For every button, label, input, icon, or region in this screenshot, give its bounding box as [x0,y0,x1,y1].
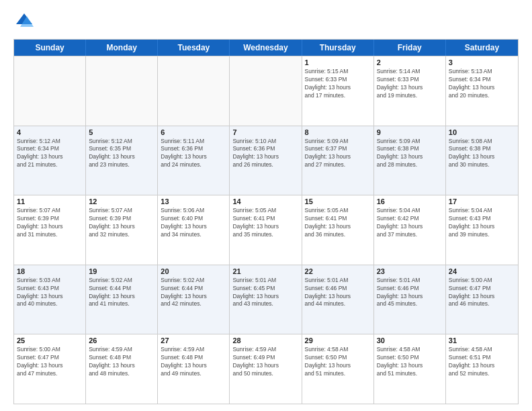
day-number: 6 [161,128,226,136]
day-cell-10: 10Sunrise: 5:08 AM Sunset: 6:38 PM Dayli… [446,126,518,195]
day-info: Sunrise: 5:01 AM Sunset: 6:45 PM Dayligh… [232,277,298,309]
day-info: Sunrise: 5:05 AM Sunset: 6:41 PM Dayligh… [232,207,298,239]
day-cell-8: 8Sunrise: 5:09 AM Sunset: 6:37 PM Daylig… [302,126,374,195]
day-number: 15 [305,197,371,205]
day-cell-20: 20Sunrise: 5:02 AM Sunset: 6:44 PM Dayli… [158,265,230,334]
day-number: 4 [17,128,83,136]
calendar-row-1: 1Sunrise: 5:15 AM Sunset: 6:33 PM Daylig… [14,56,518,126]
day-number: 2 [377,58,443,66]
day-info: Sunrise: 4:59 AM Sunset: 6:49 PM Dayligh… [232,346,298,378]
day-info: Sunrise: 5:07 AM Sunset: 6:39 PM Dayligh… [17,207,83,239]
day-number: 22 [305,267,371,275]
day-info: Sunrise: 4:59 AM Sunset: 6:48 PM Dayligh… [161,346,226,378]
day-info: Sunrise: 5:08 AM Sunset: 6:38 PM Dayligh… [449,138,515,170]
day-cell-28: 28Sunrise: 4:59 AM Sunset: 6:49 PM Dayli… [230,334,302,404]
day-info: Sunrise: 5:12 AM Sunset: 6:34 PM Dayligh… [17,138,83,170]
day-info: Sunrise: 5:13 AM Sunset: 6:34 PM Dayligh… [449,68,515,100]
day-info: Sunrise: 5:00 AM Sunset: 6:47 PM Dayligh… [449,277,515,309]
day-cell-7: 7Sunrise: 5:10 AM Sunset: 6:36 PM Daylig… [230,126,302,195]
day-info: Sunrise: 5:15 AM Sunset: 6:33 PM Dayligh… [305,68,371,100]
day-info: Sunrise: 5:03 AM Sunset: 6:43 PM Dayligh… [17,277,83,309]
day-number: 8 [305,128,371,136]
day-info: Sunrise: 5:05 AM Sunset: 6:41 PM Dayligh… [305,207,371,239]
weekday-header-thursday: Thursday [302,40,374,56]
day-info: Sunrise: 5:12 AM Sunset: 6:35 PM Dayligh… [89,138,154,170]
day-info: Sunrise: 5:00 AM Sunset: 6:47 PM Dayligh… [17,346,83,378]
logo-icon [13,11,35,32]
day-info: Sunrise: 5:06 AM Sunset: 6:40 PM Dayligh… [161,207,226,239]
day-cell-2: 2Sunrise: 5:14 AM Sunset: 6:33 PM Daylig… [374,56,446,126]
day-cell-22: 22Sunrise: 5:01 AM Sunset: 6:46 PM Dayli… [302,265,374,334]
day-cell-31: 31Sunrise: 4:58 AM Sunset: 6:51 PM Dayli… [446,334,518,404]
day-number: 23 [377,267,443,275]
weekday-header-tuesday: Tuesday [158,40,230,56]
calendar: SundayMondayTuesdayWednesdayThursdayFrid… [13,39,519,404]
day-number: 12 [89,197,154,205]
day-cell-18: 18Sunrise: 5:03 AM Sunset: 6:43 PM Dayli… [14,265,86,334]
day-info: Sunrise: 5:07 AM Sunset: 6:39 PM Dayligh… [89,207,154,239]
day-info: Sunrise: 4:58 AM Sunset: 6:51 PM Dayligh… [449,346,515,378]
day-cell-21: 21Sunrise: 5:01 AM Sunset: 6:45 PM Dayli… [230,265,302,334]
day-cell-26: 26Sunrise: 4:59 AM Sunset: 6:48 PM Dayli… [86,334,158,404]
calendar-row-5: 25Sunrise: 5:00 AM Sunset: 6:47 PM Dayli… [14,334,518,404]
day-cell-15: 15Sunrise: 5:05 AM Sunset: 6:41 PM Dayli… [302,195,374,265]
calendar-row-4: 18Sunrise: 5:03 AM Sunset: 6:43 PM Dayli… [14,265,518,334]
empty-cell-0-3 [230,56,302,126]
day-cell-24: 24Sunrise: 5:00 AM Sunset: 6:47 PM Dayli… [446,265,518,334]
day-number: 16 [377,197,443,205]
day-number: 20 [161,267,226,275]
day-info: Sunrise: 5:04 AM Sunset: 6:42 PM Dayligh… [377,207,443,239]
weekday-header-monday: Monday [86,40,158,56]
day-info: Sunrise: 5:09 AM Sunset: 6:37 PM Dayligh… [305,138,371,170]
day-number: 31 [449,336,515,345]
day-number: 24 [449,267,515,275]
day-number: 14 [232,197,298,205]
calendar-row-2: 4Sunrise: 5:12 AM Sunset: 6:34 PM Daylig… [14,126,518,195]
day-info: Sunrise: 5:09 AM Sunset: 6:38 PM Dayligh… [377,138,443,170]
day-number: 13 [161,197,226,205]
day-number: 27 [161,336,226,345]
weekday-header-sunday: Sunday [14,40,86,56]
day-info: Sunrise: 5:10 AM Sunset: 6:36 PM Dayligh… [232,138,298,170]
calendar-row-3: 11Sunrise: 5:07 AM Sunset: 6:39 PM Dayli… [14,195,518,265]
calendar-header: SundayMondayTuesdayWednesdayThursdayFrid… [14,40,518,56]
day-info: Sunrise: 4:58 AM Sunset: 6:50 PM Dayligh… [377,346,443,378]
day-cell-30: 30Sunrise: 4:58 AM Sunset: 6:50 PM Dayli… [374,334,446,404]
day-cell-5: 5Sunrise: 5:12 AM Sunset: 6:35 PM Daylig… [86,126,158,195]
day-info: Sunrise: 5:01 AM Sunset: 6:46 PM Dayligh… [305,277,371,309]
day-number: 30 [377,336,443,345]
empty-cell-0-0 [14,56,86,126]
day-number: 9 [377,128,443,136]
empty-cell-0-1 [86,56,158,126]
day-cell-3: 3Sunrise: 5:13 AM Sunset: 6:34 PM Daylig… [446,56,518,126]
day-number: 26 [89,336,154,345]
day-info: Sunrise: 4:58 AM Sunset: 6:50 PM Dayligh… [305,346,371,378]
day-cell-14: 14Sunrise: 5:05 AM Sunset: 6:41 PM Dayli… [230,195,302,265]
day-info: Sunrise: 5:14 AM Sunset: 6:33 PM Dayligh… [377,68,443,100]
day-info: Sunrise: 5:02 AM Sunset: 6:44 PM Dayligh… [161,277,226,309]
day-cell-27: 27Sunrise: 4:59 AM Sunset: 6:48 PM Dayli… [158,334,230,404]
day-cell-11: 11Sunrise: 5:07 AM Sunset: 6:39 PM Dayli… [14,195,86,265]
day-number: 5 [89,128,154,136]
day-number: 3 [449,58,515,66]
day-info: Sunrise: 5:11 AM Sunset: 6:36 PM Dayligh… [161,138,226,170]
day-cell-16: 16Sunrise: 5:04 AM Sunset: 6:42 PM Dayli… [374,195,446,265]
day-number: 11 [17,197,83,205]
day-number: 18 [17,267,83,275]
day-cell-1: 1Sunrise: 5:15 AM Sunset: 6:33 PM Daylig… [302,56,374,126]
empty-cell-0-2 [158,56,230,126]
day-info: Sunrise: 5:04 AM Sunset: 6:43 PM Dayligh… [449,207,515,239]
day-cell-17: 17Sunrise: 5:04 AM Sunset: 6:43 PM Dayli… [446,195,518,265]
day-cell-13: 13Sunrise: 5:06 AM Sunset: 6:40 PM Dayli… [158,195,230,265]
day-cell-23: 23Sunrise: 5:01 AM Sunset: 6:46 PM Dayli… [374,265,446,334]
day-number: 29 [305,336,371,345]
day-cell-9: 9Sunrise: 5:09 AM Sunset: 6:38 PM Daylig… [374,126,446,195]
day-number: 7 [232,128,298,136]
header [13,11,519,32]
logo [13,11,38,32]
day-number: 25 [17,336,83,345]
day-cell-12: 12Sunrise: 5:07 AM Sunset: 6:39 PM Dayli… [86,195,158,265]
calendar-body: 1Sunrise: 5:15 AM Sunset: 6:33 PM Daylig… [14,56,518,404]
day-number: 28 [232,336,298,345]
weekday-header-wednesday: Wednesday [230,40,302,56]
